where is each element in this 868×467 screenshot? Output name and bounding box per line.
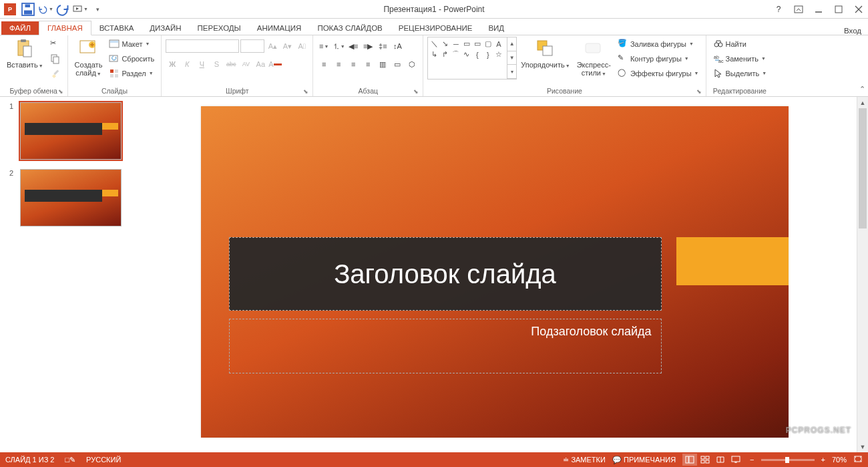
normal-view-icon[interactable] — [682, 454, 697, 466]
shapes-gallery[interactable]: ＼ ↘ ─ ▭ ▭ ▢ A ↳ ↱ ⌒ ∿ { } ☆ — [427, 37, 507, 80]
arrange-button[interactable]: Упорядочить▼ — [518, 37, 572, 70]
tab-home[interactable]: ГЛАВНАЯ — [39, 21, 91, 35]
shape-outline-button[interactable]: ✎Контур фигуры▼ — [615, 51, 702, 65]
save-icon[interactable] — [20, 1, 36, 17]
close-icon[interactable] — [849, 1, 868, 17]
tab-insert[interactable]: ВСТАВКА — [91, 21, 142, 35]
shape-star-icon[interactable]: ☆ — [493, 49, 503, 59]
ribbon-display-icon[interactable] — [789, 1, 808, 17]
change-case-button[interactable]: Aa — [254, 57, 267, 71]
minimize-icon[interactable] — [809, 1, 828, 17]
new-slide-button[interactable]: Создать слайд▼ — [72, 37, 105, 78]
smartart-button[interactable]: ⬡ — [405, 57, 419, 71]
undo-icon[interactable]: ▼ — [37, 1, 53, 17]
slide-canvas-area[interactable]: Заголовок слайда Подзаголовок слайда PCP… — [132, 97, 857, 452]
font-name-combo[interactable] — [166, 39, 239, 53]
spell-check-icon[interactable]: □✎ — [65, 456, 75, 464]
bullets-button[interactable]: ≡▼ — [317, 39, 331, 53]
start-from-beginning-icon[interactable]: ▼ — [72, 1, 88, 17]
reading-view-icon[interactable] — [713, 454, 728, 466]
clear-format-button[interactable]: A⃠ — [295, 39, 308, 53]
sign-in-link[interactable]: Вход — [844, 27, 861, 35]
subtitle-placeholder[interactable]: Подзаголовок слайда — [229, 319, 662, 373]
align-right-button[interactable]: ≡ — [347, 57, 360, 71]
slide[interactable]: Заголовок слайда Подзаголовок слайда — [201, 106, 789, 438]
text-direction-button[interactable]: ↕A — [391, 39, 404, 53]
shape-rect-icon[interactable]: ▭ — [461, 39, 471, 49]
shape-line-icon[interactable]: ＼ — [429, 39, 439, 49]
zoom-level[interactable]: 70% — [832, 456, 847, 464]
columns-button[interactable]: ▥ — [376, 57, 389, 71]
paste-button[interactable]: Вставить▼ — [4, 37, 46, 70]
shape-rect2-icon[interactable]: ▭ — [472, 39, 482, 49]
comments-button[interactable]: 💬 ПРИМЕЧАНИЯ — [612, 456, 676, 464]
language-indicator[interactable]: РУССКИЙ — [86, 456, 121, 464]
scroll-up-icon[interactable]: ▲ — [857, 97, 868, 108]
bold-button[interactable]: Ж — [166, 57, 179, 71]
tab-file[interactable]: ФАЙЛ — [1, 21, 39, 35]
slide-counter[interactable]: СЛАЙД 1 ИЗ 2 — [5, 456, 54, 464]
font-size-combo[interactable] — [240, 39, 264, 53]
dialog-launcher-icon[interactable]: ⬊ — [696, 88, 702, 95]
reset-button[interactable]: Сбросить — [106, 51, 157, 65]
section-button[interactable]: Раздел▼ — [106, 66, 157, 80]
help-icon[interactable]: ? — [769, 1, 788, 17]
align-text-button[interactable]: ▭ — [391, 57, 404, 71]
thumbnail-1[interactable]: 1 — [9, 102, 123, 160]
maximize-icon[interactable] — [829, 1, 848, 17]
dialog-launcher-icon[interactable]: ⬊ — [413, 88, 419, 95]
shape-roundrect-icon[interactable]: ▢ — [483, 39, 493, 49]
format-painter-button[interactable] — [47, 66, 63, 80]
sorter-view-icon[interactable] — [698, 454, 712, 466]
line-spacing-button[interactable]: ‡≡ — [376, 39, 389, 53]
char-spacing-button[interactable]: AV — [239, 57, 252, 71]
underline-button[interactable]: Ч — [195, 57, 208, 71]
shape-arrow-icon[interactable]: ↘ — [440, 39, 450, 49]
increase-indent-button[interactable]: ≡▶ — [361, 39, 375, 53]
zoom-slider[interactable] — [761, 459, 815, 461]
align-center-button[interactable]: ≡ — [332, 57, 345, 71]
strike-button[interactable]: abc — [224, 57, 238, 71]
numbering-button[interactable]: ⒈▼ — [332, 39, 345, 53]
shape-free-icon[interactable]: ∿ — [461, 49, 471, 59]
quick-styles-button[interactable]: Экспресс- стили▼ — [574, 37, 614, 78]
shape-line2-icon[interactable]: ─ — [451, 39, 461, 49]
find-button[interactable]: Найти — [710, 37, 770, 51]
shape-conn2-icon[interactable]: ↱ — [440, 49, 450, 59]
cut-button[interactable]: ✂ — [47, 37, 63, 51]
shadow-button[interactable]: S — [210, 57, 223, 71]
scroll-down-icon[interactable]: ▼ — [857, 441, 868, 452]
shape-fill-button[interactable]: 🪣Заливка фигуры▼ — [615, 37, 702, 51]
collapse-ribbon-icon[interactable]: ⌃ — [859, 85, 865, 94]
replace-button[interactable]: abacЗаменить▼ — [710, 51, 770, 65]
redo-icon[interactable] — [55, 1, 71, 17]
shape-effects-button[interactable]: ◯Эффекты фигуры▼ — [615, 66, 702, 80]
align-left-button[interactable]: ≡ — [317, 57, 331, 71]
tab-review[interactable]: РЕЦЕНЗИРОВАНИЕ — [391, 21, 481, 35]
shape-textbox-icon[interactable]: A — [493, 39, 503, 49]
justify-button[interactable]: ≡ — [361, 57, 375, 71]
zoom-out-button[interactable]: − — [750, 456, 754, 464]
notes-button[interactable]: ≐ ЗАМЕТКИ — [563, 456, 606, 464]
vertical-scrollbar[interactable]: ▲ ▼ — [857, 97, 868, 452]
shape-brace2-icon[interactable]: } — [483, 49, 493, 59]
layout-button[interactable]: Макет▼ — [106, 37, 157, 51]
fit-to-window-icon[interactable] — [853, 455, 863, 464]
select-button[interactable]: Выделить▼ — [710, 66, 770, 80]
qat-customize-icon[interactable]: ▾ — [89, 1, 105, 17]
title-placeholder[interactable]: Заголовок слайда — [229, 237, 662, 311]
shape-conn-icon[interactable]: ↳ — [429, 49, 439, 59]
slideshow-view-icon[interactable] — [728, 454, 743, 466]
shrink-font-button[interactable]: A▾ — [280, 39, 294, 53]
shape-curve-icon[interactable]: ⌒ — [451, 49, 461, 59]
italic-button[interactable]: К — [180, 57, 194, 71]
tab-animations[interactable]: АНИМАЦИЯ — [249, 21, 310, 35]
font-color-button[interactable]: A — [268, 57, 282, 71]
shape-brace-icon[interactable]: { — [472, 49, 482, 59]
tab-view[interactable]: ВИД — [480, 21, 512, 35]
thumbnail-2[interactable]: 2 — [9, 169, 123, 226]
decrease-indent-button[interactable]: ◀≡ — [347, 39, 360, 53]
copy-button[interactable] — [47, 51, 63, 65]
tab-design[interactable]: ДИЗАЙН — [142, 21, 189, 35]
tab-slideshow[interactable]: ПОКАЗ СЛАЙДОВ — [309, 21, 390, 35]
